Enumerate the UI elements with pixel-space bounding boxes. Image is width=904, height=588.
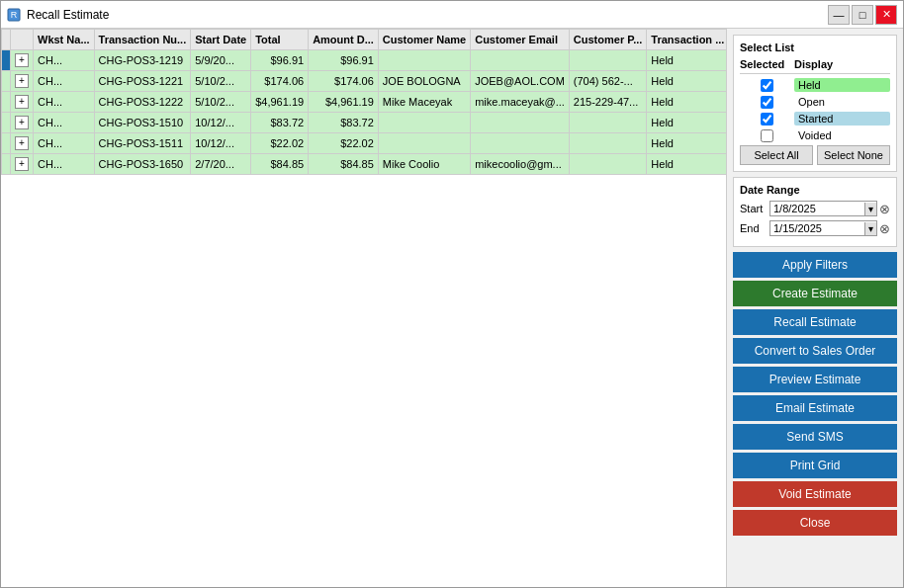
select-none-button[interactable]: Select None (817, 145, 890, 165)
void-estimate-button[interactable]: Void Estimate (733, 481, 897, 507)
date-range-title: Date Range (740, 184, 890, 196)
total-cell: $84.85 (251, 154, 309, 175)
window-title: Recall Estimate (27, 8, 109, 22)
table-row[interactable]: +CH...CHG-POS3-12195/9/20...$96.91$96.91… (2, 50, 728, 71)
label-open: Open (794, 95, 890, 109)
expand-icon[interactable]: + (15, 157, 29, 171)
table-area[interactable]: Wkst Na... Transaction Nu... Start Date … (1, 29, 727, 587)
title-controls: — □ ✕ (828, 5, 897, 25)
checkbox-held[interactable] (761, 79, 773, 92)
end-date-input-wrap[interactable]: ▾ (769, 220, 877, 236)
expand-cell[interactable]: + (11, 154, 34, 175)
col-header-transaction[interactable]: Transaction ... (647, 30, 727, 50)
expand-icon[interactable]: + (15, 53, 29, 67)
expand-cell[interactable]: + (11, 71, 34, 92)
table-row[interactable]: +CH...CHG-POS3-12215/10/2...$174.06$174.… (2, 71, 728, 92)
header-display: Display (794, 58, 890, 70)
checkbox-started[interactable] (761, 113, 773, 126)
startdate-cell: 5/9/20... (191, 50, 251, 71)
wkst-cell: CH... (34, 133, 95, 154)
col-header-amountd[interactable]: Amount D... (309, 30, 379, 50)
amountd-cell: $174.06 (309, 71, 379, 92)
start-date-input[interactable] (770, 202, 864, 215)
table-row[interactable]: +CH...CHG-POS3-151110/12/...$22.02$22.02… (2, 133, 728, 154)
total-cell: $174.06 (251, 71, 309, 92)
end-date-clear-icon[interactable]: ⊗ (879, 221, 890, 236)
start-date-clear-icon[interactable]: ⊗ (879, 202, 890, 216)
window-close-button[interactable]: ✕ (875, 5, 897, 25)
custemail-cell (471, 113, 570, 133)
custname-cell (378, 113, 470, 133)
apply-filters-button[interactable]: Apply Filters (733, 252, 897, 278)
table-row[interactable]: +CH...CHG-POS3-12225/10/2...$4,961.19$4,… (2, 92, 728, 113)
minimize-button[interactable]: — (828, 5, 850, 25)
row-indicator (2, 50, 11, 71)
expand-icon[interactable]: + (15, 136, 29, 150)
startdate-cell: 10/12/... (191, 133, 251, 154)
send-sms-button[interactable]: Send SMS (733, 424, 897, 450)
recall-estimate-button[interactable]: Recall Estimate (733, 309, 897, 335)
transnum-cell: CHG-POS3-1511 (94, 133, 191, 154)
end-date-row: End ▾ ⊗ (740, 220, 890, 236)
end-date-label: End (740, 222, 769, 234)
expand-cell[interactable]: + (11, 113, 34, 133)
expand-icon[interactable]: + (15, 74, 29, 88)
custname-cell: Mike Coolio (378, 154, 470, 175)
total-cell: $96.91 (251, 50, 309, 71)
wkst-cell: CH... (34, 92, 95, 113)
start-date-input-wrap[interactable]: ▾ (769, 201, 877, 216)
close-button[interactable]: Close (733, 510, 897, 536)
create-estimate-button[interactable]: Create Estimate (733, 281, 897, 306)
total-cell: $4,961.19 (251, 92, 309, 113)
select-list-item-started: Started (740, 112, 890, 126)
select-list-header: Selected Display (740, 58, 890, 74)
col-header-custemail[interactable]: Customer Email (471, 30, 570, 50)
custemail-cell: mike.maceyak@... (471, 92, 570, 113)
print-grid-button[interactable]: Print Grid (733, 453, 897, 478)
custname-cell: Mike Maceyak (378, 92, 470, 113)
transaction-cell: Held (647, 71, 727, 92)
right-panel: Select List Selected Display HeldOpenSta… (727, 29, 903, 587)
maximize-button[interactable]: □ (852, 5, 873, 25)
startdate-cell: 5/10/2... (191, 92, 251, 113)
custphone-cell (569, 133, 647, 154)
preview-estimate-button[interactable]: Preview Estimate (733, 367, 897, 392)
custphone-cell: 215-229-47... (569, 92, 647, 113)
expand-icon[interactable]: + (15, 116, 29, 129)
custphone-cell (569, 50, 647, 71)
table-row[interactable]: +CH...CHG-POS3-151010/12/...$83.72$83.72… (2, 113, 728, 133)
checkbox-open[interactable] (761, 96, 773, 109)
expand-cell[interactable]: + (11, 133, 34, 154)
col-header-total[interactable]: Total (251, 30, 309, 50)
checkbox-col (740, 113, 794, 126)
col-header-transnum[interactable]: Transaction Nu... (94, 30, 191, 50)
transaction-cell: Held (647, 113, 727, 133)
checkbox-col (740, 129, 794, 142)
end-date-input[interactable] (770, 221, 864, 235)
select-all-button[interactable]: Select All (740, 145, 813, 165)
select-list-section: Select List Selected Display HeldOpenSta… (733, 35, 897, 172)
custemail-cell: mikecoolio@gm... (471, 154, 570, 175)
start-date-dropdown-icon[interactable]: ▾ (864, 203, 876, 215)
col-header-custphone[interactable]: Customer P... (569, 30, 647, 50)
custname-cell (378, 133, 470, 154)
table-row[interactable]: +CH...CHG-POS3-16502/7/20...$84.85$84.85… (2, 154, 728, 175)
select-list-item-voided: Voided (740, 128, 890, 142)
end-date-dropdown-icon[interactable]: ▾ (864, 222, 876, 235)
wkst-cell: CH... (34, 113, 95, 133)
total-cell: $83.72 (251, 113, 309, 133)
expand-cell[interactable]: + (11, 92, 34, 113)
col-header-custname[interactable]: Customer Name (378, 30, 470, 50)
convert-to-sales-order-button[interactable]: Convert to Sales Order (733, 338, 897, 364)
date-range-section: Date Range Start ▾ ⊗ End ▾ ⊗ (733, 177, 897, 247)
expand-cell[interactable]: + (11, 50, 34, 71)
col-header-wkst[interactable]: Wkst Na... (34, 30, 95, 50)
email-estimate-button[interactable]: Email Estimate (733, 395, 897, 421)
col-header-startdate[interactable]: Start Date (191, 30, 251, 50)
transnum-cell: CHG-POS3-1219 (94, 50, 191, 71)
expand-icon[interactable]: + (15, 95, 29, 109)
transnum-cell: CHG-POS3-1222 (94, 92, 191, 113)
checkbox-voided[interactable] (761, 129, 773, 142)
amountd-cell: $83.72 (309, 113, 379, 133)
main-content: Wkst Na... Transaction Nu... Start Date … (1, 29, 903, 587)
